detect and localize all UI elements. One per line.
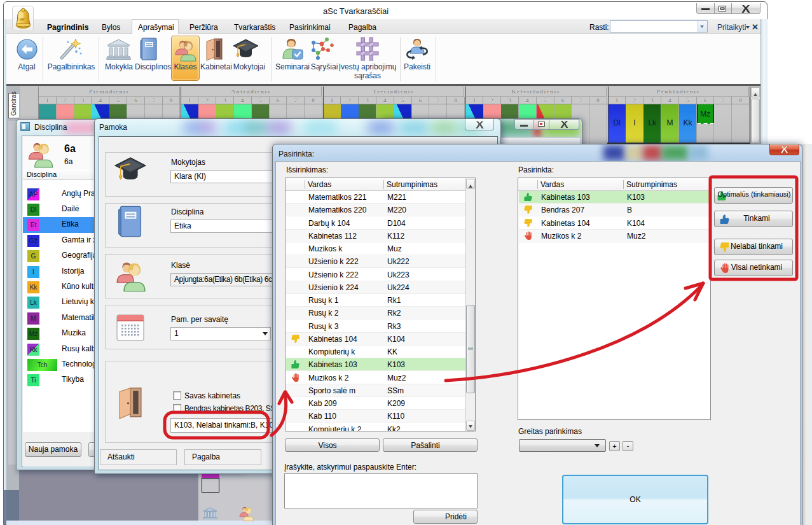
svg-text:asc: asc <box>20 17 25 21</box>
